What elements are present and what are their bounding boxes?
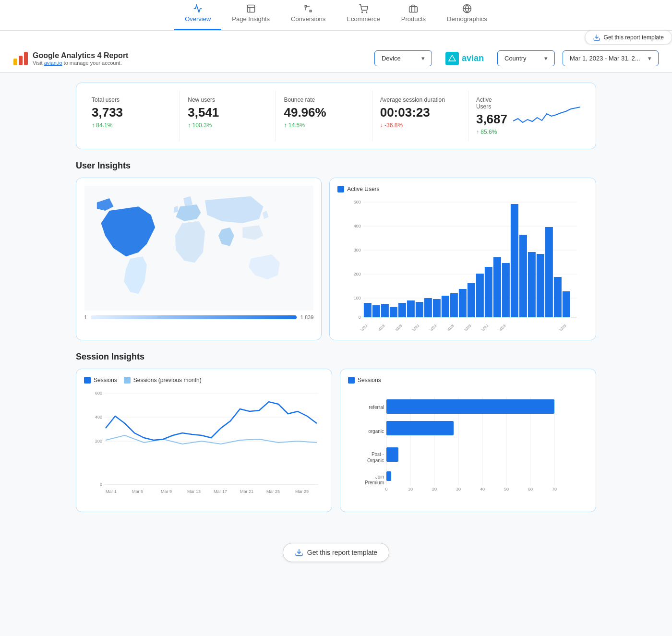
svg-text:400: 400	[95, 415, 102, 420]
report-info: Google Analytics 4 Report Visit avian.io…	[33, 51, 128, 66]
new-users-change: ↑ 100.3%	[188, 122, 262, 129]
svg-rect-28	[416, 302, 423, 317]
svg-rect-39	[511, 204, 518, 317]
map-min-value: 1	[84, 314, 87, 320]
svg-text:Mar 15, 2023: Mar 15, 2023	[420, 324, 438, 331]
sessions-line-chart-panel: Sessions Sessions (previous month) 600 4…	[76, 369, 332, 512]
svg-text:0: 0	[359, 315, 361, 320]
world-map-panel: 1 1,839	[76, 178, 322, 340]
avian-text: avian	[462, 53, 484, 63]
user-insights-row: 1 1,839 Active Users 500 400 300 200 100…	[76, 178, 596, 340]
svg-text:Mar 29, 2023: Mar 29, 2023	[489, 324, 507, 331]
svg-rect-42	[537, 254, 544, 317]
sessions-bar-chart-panel: Sessions 0 10 20 30 40 50 60 70	[340, 369, 596, 512]
svg-text:Mar 19, 2023: Mar 19, 2023	[437, 324, 455, 331]
svg-rect-29	[424, 298, 432, 317]
svg-rect-5	[409, 7, 418, 12]
svg-rect-45	[563, 291, 570, 317]
session-insights-title: Session Insights	[76, 352, 596, 362]
svg-text:organic: organic	[368, 429, 384, 434]
session-insights-row: Sessions Sessions (previous month) 600 4…	[76, 369, 596, 512]
device-dropdown[interactable]: Device ▾	[374, 50, 432, 66]
svg-text:300: 300	[354, 248, 361, 252]
logo-area: Google Analytics 4 Report Visit avian.io…	[13, 51, 367, 66]
svg-text:200: 200	[354, 272, 361, 276]
svg-rect-23	[372, 305, 380, 317]
svg-text:Post -: Post -	[372, 452, 384, 457]
svg-text:200: 200	[95, 439, 102, 444]
svg-point-4	[366, 12, 367, 13]
svg-rect-36	[485, 267, 492, 317]
report-subtitle: Visit avian.io to manage your account.	[33, 60, 128, 66]
user-insights-title: User Insights	[76, 161, 596, 171]
chevron-down-icon: ▾	[421, 55, 425, 62]
svg-text:400: 400	[354, 224, 361, 228]
svg-rect-31	[442, 296, 449, 317]
sessions-h-legend: Sessions	[348, 377, 588, 384]
svg-text:Mar 3, 2023: Mar 3, 2023	[369, 324, 386, 331]
legend-sessions-prev	[124, 377, 131, 384]
avian-logo-icon	[445, 52, 459, 65]
bounce-rate-card: Bounce rate 49.96% ↑ 14.5%	[276, 91, 366, 141]
metric-cards: Total users 3,733 ↑ 84.1% New users 3,54…	[76, 83, 596, 149]
nav-products[interactable]: Products	[391, 0, 436, 30]
svg-rect-30	[433, 299, 441, 317]
avian-logo: avian	[440, 52, 490, 65]
svg-rect-97	[386, 471, 391, 481]
svg-text:Mar 23, 2023: Mar 23, 2023	[454, 324, 472, 331]
download-icon-bottom	[295, 548, 303, 557]
svg-rect-40	[519, 235, 527, 317]
nav-demographics[interactable]: Demographics	[436, 0, 498, 30]
active-users-bar-chart: 500 400 300 200 100 0	[337, 196, 588, 331]
svg-text:60: 60	[528, 487, 533, 492]
active-users-card: Active Users 3,687 ↑ 85.6%	[468, 91, 588, 141]
svg-text:50: 50	[504, 487, 509, 492]
svg-text:Premium: Premium	[365, 480, 384, 485]
svg-text:Mar 29: Mar 29	[295, 489, 309, 494]
svg-rect-38	[502, 263, 510, 317]
svg-text:Mar 27, 2023: Mar 27, 2023	[471, 324, 490, 331]
svg-text:70: 70	[552, 487, 557, 492]
world-map-svg	[84, 186, 313, 311]
svg-rect-35	[476, 274, 484, 317]
svg-text:Organic: Organic	[367, 458, 384, 463]
total-users-change: ↑ 84.1%	[92, 122, 166, 129]
svg-text:Mar 25: Mar 25	[266, 489, 280, 494]
svg-rect-37	[493, 257, 501, 317]
svg-rect-96	[386, 447, 398, 462]
legend-sessions-current	[84, 377, 91, 384]
svg-text:0: 0	[100, 482, 102, 487]
active-users-change: ↑ 85.6%	[476, 129, 507, 135]
map-legend-bar	[91, 315, 297, 319]
sessions-h-bar-chart: 0 10 20 30 40 50 60 70 referral organic	[348, 387, 588, 493]
svg-text:20: 20	[432, 487, 437, 492]
nav-ecommerce[interactable]: Ecommerce	[336, 0, 390, 30]
svg-text:Mar 31, 2023: Mar 31, 2023	[549, 324, 567, 331]
date-range-dropdown[interactable]: Mar 1, 2023 - Mar 31, 2... ▾	[563, 50, 659, 66]
svg-rect-41	[528, 252, 536, 317]
get-template-top-button[interactable]: Get this report template	[585, 30, 672, 45]
avg-session-change: ↓ -36.8%	[380, 122, 455, 129]
avian-link[interactable]: avian.io	[44, 60, 62, 66]
bounce-rate-change: ↑ 14.5%	[284, 122, 358, 129]
svg-text:100: 100	[354, 296, 361, 300]
svg-text:Mar 21: Mar 21	[240, 489, 253, 494]
svg-text:referral: referral	[369, 405, 384, 410]
svg-text:Mar 9: Mar 9	[161, 489, 172, 494]
nav-overview[interactable]: Overview	[174, 0, 221, 30]
svg-rect-32	[450, 293, 458, 317]
svg-text:40: 40	[480, 487, 485, 492]
legend-color-blue	[337, 186, 344, 192]
avg-session-card: Average session duration 00:03:23 ↓ -36.…	[372, 91, 462, 141]
svg-text:Join: Join	[375, 474, 384, 480]
svg-text:10: 10	[408, 487, 413, 492]
svg-rect-34	[468, 283, 475, 317]
nav-conversions[interactable]: Conversions	[280, 0, 336, 30]
svg-text:30: 30	[456, 487, 461, 492]
total-users-card: Total users 3,733 ↑ 84.1%	[84, 91, 174, 141]
get-template-bottom-button[interactable]: Get this report template	[283, 543, 389, 562]
country-dropdown[interactable]: Country ▾	[497, 50, 555, 66]
chevron-down-icon-2: ▾	[544, 55, 548, 62]
main-content: Total users 3,733 ↑ 84.1% New users 3,54…	[62, 73, 610, 533]
nav-page-insights[interactable]: Page Insights	[221, 0, 280, 30]
